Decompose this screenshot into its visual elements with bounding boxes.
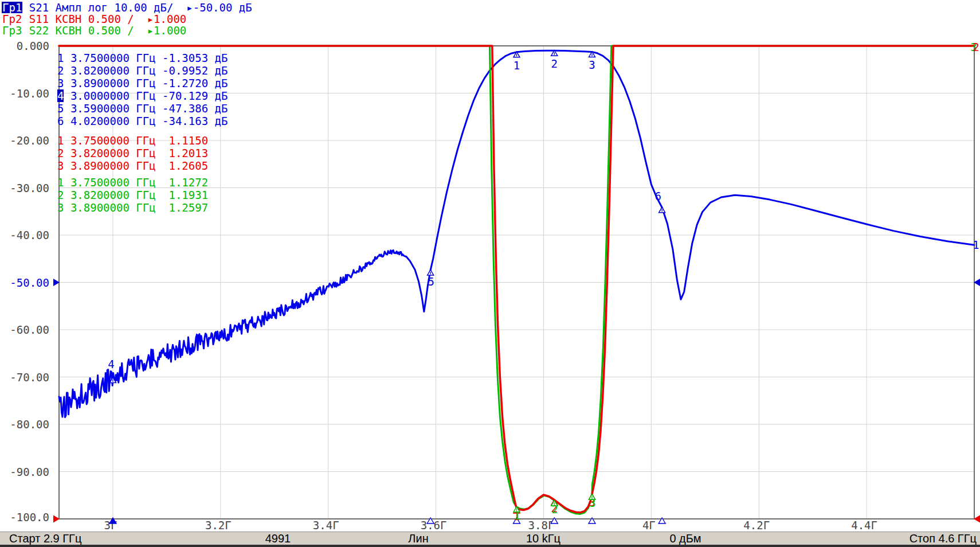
status-bar: Старт 2.9 ГГц 4991 Лин 10 kГц 0 дБм Стоп… — [0, 532, 980, 547]
x-axis-tick-label: 3.4Г — [313, 519, 339, 532]
trace1-settings: S21 Ампл лог 10.00 дБ/ — [22, 1, 186, 14]
marker-number[interactable]: 1 — [57, 52, 64, 64]
y-axis-tick-label: -60.00 — [10, 323, 49, 336]
marker-number[interactable]: 1 — [57, 134, 64, 147]
y-axis-tick-label: -10.00 — [10, 87, 49, 100]
marker-number[interactable]: 3 — [57, 201, 64, 214]
x-axis-tick-label: 3.8Г — [528, 519, 555, 532]
marker-table: 1 3.7500000 ГГц -1.3053 дБ2 3.8200000 ГГ… — [57, 52, 228, 214]
marker-readout: 3.8200000 ГГц 1.2013 — [64, 147, 208, 159]
marker-row[interactable]: 1 3.7500000 ГГц 1.1150 — [57, 134, 228, 147]
x-axis-tick-label: 4.2Г — [743, 519, 770, 532]
trace2-id[interactable]: Гр2 — [2, 13, 22, 25]
marker-group-3: 1 3.7500000 ГГц 1.12722 3.8200000 ГГц 1.… — [57, 176, 228, 214]
marker-number[interactable]: 3 — [57, 159, 64, 172]
marker-group-2: 1 3.7500000 ГГц 1.11502 3.8200000 ГГц 1.… — [57, 134, 228, 172]
y-axis-tick-label: -70.00 — [10, 371, 49, 384]
marker-row[interactable]: 2 3.8200000 ГГц -0.9952 дБ — [57, 64, 228, 77]
marker-point-label: 6 — [654, 190, 661, 202]
marker-readout: 3.7500000 ГГц 1.1272 — [64, 176, 208, 189]
marker-number[interactable]: 2 — [57, 64, 64, 77]
y-axis-tick-label: -20.00 — [10, 134, 49, 147]
marker-readout: 3.7500000 ГГц -1.3053 дБ — [64, 52, 228, 64]
marker-row[interactable]: 1 3.7500000 ГГц -1.3053 дБ — [57, 52, 228, 64]
marker-group-1: 1 3.7500000 ГГц -1.3053 дБ2 3.8200000 ГГ… — [57, 52, 228, 127]
x-axis-tick-label: 3.2Г — [205, 519, 232, 532]
y-axis-tick-label: -100.0 — [10, 511, 49, 523]
active-marker-number[interactable]: 4 — [57, 89, 64, 102]
vna-screen: 0.000-10.00-20.00-30.00-40.00-50.00-60.0… — [0, 0, 980, 547]
status-sweep-type[interactable]: Лин — [408, 532, 428, 545]
marker-row[interactable]: 5 3.5900000 ГГц -47.386 дБ — [57, 102, 228, 115]
status-power[interactable]: 0 дБм — [669, 532, 701, 545]
x-axis-tick-label: 4.4Г — [851, 519, 877, 532]
y-axis-tick-label: -40.00 — [10, 229, 49, 241]
status-stop[interactable]: Стоп 4.6 ГГц — [910, 532, 977, 545]
y-axis-tick-label: -80.00 — [10, 418, 49, 431]
trace-header-1[interactable]: Гр1 S21 Ампл лог 10.00 дБ/ ▸-50.00 дБ — [2, 2, 252, 13]
marker-row[interactable]: 3 3.8900000 ГГц -1.2720 дБ — [57, 77, 228, 89]
marker-readout: 3.8900000 ГГц -1.2720 дБ — [64, 77, 228, 89]
trace2-ref-value: ▸1.000 — [147, 13, 187, 25]
marker-readout: 3.8200000 ГГц 1.1931 — [64, 189, 208, 201]
marker-number[interactable]: 6 — [57, 115, 64, 127]
y-axis-tick-label: 0.000 — [17, 40, 49, 52]
x-axis-tick-label: 3Г — [104, 519, 117, 532]
marker-row[interactable]: 2 3.8200000 ГГц 1.2013 — [57, 147, 228, 159]
trace1-id[interactable]: Гр1 — [2, 2, 22, 13]
marker-row[interactable]: 6 4.0200000 ГГц -34.163 дБ — [57, 115, 228, 127]
marker-point-label: 5 — [428, 275, 434, 288]
trace3-ref-value: ▸1.000 — [147, 24, 187, 37]
marker-point-label: 3 — [589, 497, 595, 509]
trace2-settings: S11 КСВН 0.500 / — [22, 13, 147, 25]
marker-number[interactable]: 1 — [57, 176, 64, 189]
trace1-ref-value: ▸-50.00 дБ — [186, 1, 252, 14]
marker-row[interactable]: 3 3.8900000 ГГц 1.2597 — [57, 201, 228, 214]
marker-readout: 3.7500000 ГГц 1.1150 — [64, 134, 208, 147]
marker-point-label: 1 — [513, 59, 520, 72]
marker-number[interactable]: 5 — [57, 102, 64, 115]
marker-row[interactable]: 3 3.8900000 ГГц 1.2605 — [57, 159, 228, 172]
y-axis-tick-label: -90.00 — [10, 466, 49, 478]
status-if-bandwidth[interactable]: 10 kГц — [526, 532, 560, 545]
marker-number[interactable]: 3 — [57, 77, 64, 89]
marker-point-label: 2 — [551, 57, 558, 70]
marker-number[interactable]: 2 — [57, 147, 64, 159]
trace3-id[interactable]: Гр3 — [2, 25, 22, 36]
trace-end-label: 2 — [973, 41, 979, 53]
marker-readout: 3.0000000 ГГц -70.129 дБ — [64, 89, 228, 102]
marker-point-label: 3 — [589, 58, 595, 71]
marker-row[interactable]: 2 3.8200000 ГГц 1.1931 — [57, 189, 228, 201]
trace-header-3[interactable]: Гр3 S22 КСВН 0.500 / ▸1.000 — [2, 25, 186, 36]
trace3-settings: S22 КСВН 0.500 / — [22, 24, 147, 37]
y-axis-tick-label: -30.00 — [10, 182, 49, 194]
y-axis-tick-label: -50.00 — [10, 276, 49, 289]
x-axis-tick-label: 4Г — [642, 519, 656, 532]
status-points[interactable]: 4991 — [265, 532, 291, 545]
x-axis-tick-label: 3.6Г — [421, 519, 447, 532]
marker-readout: 3.8900000 ГГц 1.2597 — [64, 201, 208, 214]
marker-readout: 3.8200000 ГГц -0.9952 дБ — [64, 64, 228, 77]
marker-point-label: 2 — [552, 503, 558, 515]
marker-row[interactable]: 1 3.7500000 ГГц 1.1272 — [57, 176, 228, 189]
marker-point-label: 1 — [514, 509, 520, 522]
marker-point-label: 4 — [108, 358, 114, 370]
marker-readout: 4.0200000 ГГц -34.163 дБ — [64, 115, 228, 127]
trace-end-label: 1 — [973, 239, 979, 251]
marker-row[interactable]: 4 3.0000000 ГГц -70.129 дБ — [57, 89, 228, 102]
trace-header-2[interactable]: Гр2 S11 КСВН 0.500 / ▸1.000 — [2, 13, 186, 25]
marker-readout: 3.8900000 ГГц 1.2605 — [64, 159, 208, 172]
marker-readout: 3.5900000 ГГц -47.386 дБ — [64, 102, 228, 115]
marker-number[interactable]: 2 — [57, 189, 64, 201]
status-start[interactable]: Старт 2.9 ГГц — [9, 532, 81, 545]
